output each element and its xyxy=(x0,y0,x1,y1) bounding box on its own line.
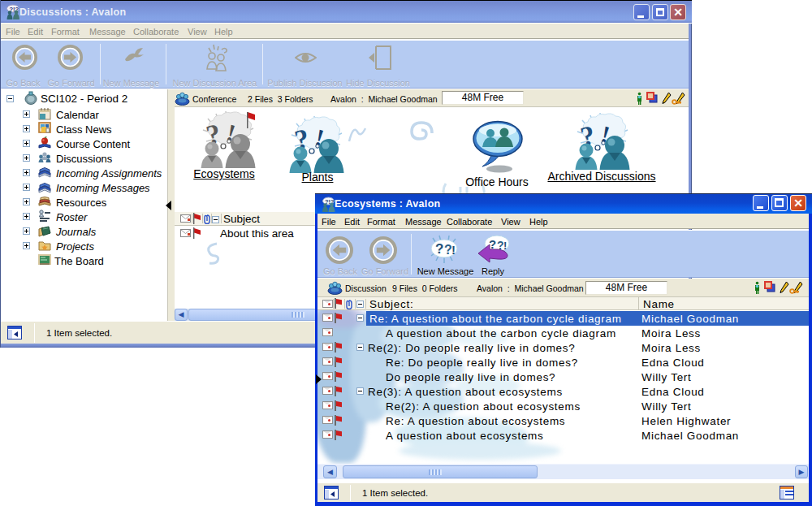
svg-text:!: ! xyxy=(451,243,456,257)
svg-text:?: ? xyxy=(435,241,443,257)
svg-text:!: ! xyxy=(503,240,507,252)
